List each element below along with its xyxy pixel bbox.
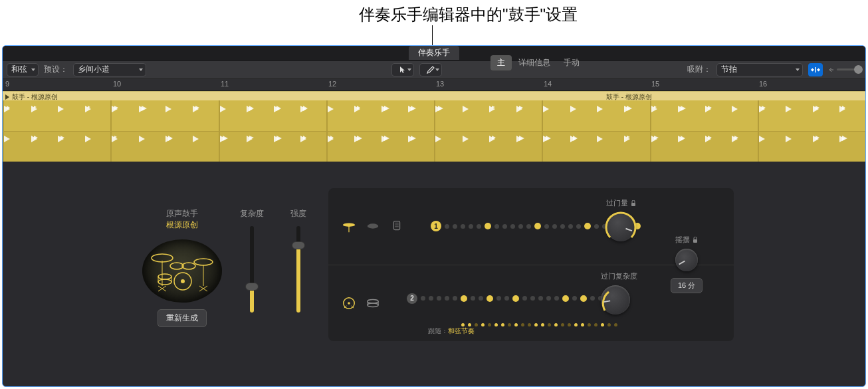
snap-value: 节拍: [721, 64, 737, 75]
chord-mode-select[interactable]: 和弦: [7, 63, 39, 76]
lock-icon[interactable]: [693, 237, 698, 243]
editor-tab-label[interactable]: 伴奏乐手: [409, 46, 459, 60]
timeline-ruler[interactable]: 9 10 11 12 13 14 15 16: [3, 79, 865, 91]
pattern-num-1: 1: [431, 221, 441, 231]
ruler-mark: 14: [544, 80, 552, 88]
kit-section: 原声鼓手 根源原创: [142, 208, 322, 327]
drummer-region-top[interactable]: [3, 100, 865, 131]
tab-main[interactable]: 主: [490, 55, 512, 70]
swing-value-button[interactable]: 16 分: [671, 278, 703, 293]
snare-icon[interactable]: [366, 296, 380, 311]
svg-point-30: [368, 303, 379, 307]
swing-label: 摇摆: [675, 235, 690, 245]
ruler-mark: 12: [328, 80, 336, 88]
chevron-down-icon: [139, 68, 143, 71]
svg-point-27: [368, 299, 379, 303]
ruler-mark: 15: [651, 80, 659, 88]
chevron-down-icon: [407, 68, 411, 71]
drum-kit-icon: [148, 246, 217, 299]
hihat-icon[interactable]: [342, 219, 356, 233]
slider-thumb[interactable]: [245, 283, 259, 291]
kit-type-label: 原声鼓手: [166, 208, 198, 219]
ruler-mark: 11: [221, 80, 229, 88]
preset-select[interactable]: 乡间小道: [73, 63, 146, 76]
editor-tabs: 主 详细信息 手动: [490, 55, 586, 70]
fill-complexity-label: 过门复杂度: [601, 271, 637, 281]
svg-point-2: [170, 263, 183, 269]
drum-kit-image[interactable]: [142, 236, 222, 303]
callout-label: 伴奏乐手编辑器中的"鼓手"设置: [359, 4, 578, 25]
snap-label: 吸附：: [687, 64, 711, 75]
tab-details[interactable]: 详细信息: [512, 55, 557, 70]
ruler-mark: 13: [436, 80, 444, 88]
chord-mode-label: 和弦: [11, 64, 27, 75]
catch-playhead-button[interactable]: [808, 63, 823, 76]
svg-point-5: [181, 279, 185, 283]
ruler-mark: 9: [5, 80, 9, 88]
editor-body: 原声鼓手 根源原创: [3, 162, 865, 340]
fill-amount-knob[interactable]: [606, 212, 635, 241]
chevron-down-icon: [435, 68, 439, 71]
drummer-region-bottom[interactable]: [3, 131, 865, 162]
slider-fill: [296, 245, 300, 313]
preset-label: 预设：: [44, 64, 68, 75]
complexity-slider[interactable]: [250, 226, 254, 313]
snap-select[interactable]: 节拍: [716, 63, 803, 76]
svg-rect-31: [631, 203, 635, 206]
knob-indicator: [679, 261, 685, 265]
intensity-slider-label: 强度: [290, 208, 306, 219]
swing-knob[interactable]: [675, 249, 698, 271]
toolbar: 和弦 预设： 乡间小道 吸附： 节拍: [3, 61, 865, 79]
pattern-num-2: 2: [407, 293, 417, 304]
pointer-icon: [399, 66, 407, 74]
knob-arc: [598, 283, 633, 317]
svg-point-24: [348, 302, 350, 305]
ruler-mark: 10: [113, 80, 121, 88]
follow-label-row: 跟随：和弦节奏: [428, 326, 475, 336]
pointer-tool[interactable]: [391, 63, 414, 76]
svg-rect-19: [393, 221, 399, 230]
intensity-slider[interactable]: [296, 226, 300, 313]
knob-arc: [603, 209, 638, 244]
pattern-dots-2[interactable]: 2: [407, 293, 619, 304]
preset-value: 乡间小道: [78, 64, 110, 75]
chevron-down-icon: [796, 68, 800, 71]
fill-complexity-knob[interactable]: [601, 285, 630, 315]
zoom-left-icon: [828, 66, 835, 73]
ride-icon[interactable]: [389, 219, 404, 233]
callout-line: [432, 25, 433, 47]
kit-style-label[interactable]: 根源原创: [166, 219, 198, 231]
svg-point-1: [194, 259, 213, 265]
svg-point-15: [158, 279, 171, 285]
follow-label: 跟随：: [428, 327, 448, 334]
lock-icon[interactable]: [631, 200, 636, 207]
svg-point-12: [158, 274, 171, 279]
kick-icon[interactable]: [342, 296, 356, 311]
zoom-slider[interactable]: [828, 65, 861, 74]
zoom-thumb[interactable]: [854, 65, 863, 74]
pencil-icon: [426, 65, 435, 74]
pattern-dots-2b[interactable]: [461, 323, 617, 326]
follow-value[interactable]: 和弦节奏: [448, 327, 475, 334]
editor-title-bar: 伴奏乐手: [3, 46, 865, 61]
knob-area: 过门量 过门复杂度 摇摆: [601, 198, 734, 338]
zoom-track: [837, 68, 861, 70]
region-header[interactable]: 鼓手 - 根源原创 鼓手 - 根源原创: [3, 91, 865, 100]
svg-point-18: [368, 224, 379, 229]
tab-manual[interactable]: 手动: [557, 55, 586, 70]
ruler-mark: 16: [759, 80, 767, 88]
regenerate-button[interactable]: 重新生成: [158, 309, 207, 327]
shaker-icon[interactable]: [366, 219, 380, 233]
complexity-slider-label: 复杂度: [240, 208, 264, 219]
svg-rect-32: [693, 239, 697, 243]
chevron-down-icon: [31, 68, 35, 71]
slider-thumb[interactable]: [292, 241, 305, 249]
svg-point-3: [182, 263, 195, 269]
pencil-tool[interactable]: [419, 63, 442, 76]
region-play-icon: [5, 94, 9, 100]
fill-amount-label: 过门量: [606, 198, 628, 208]
app-window: 伴奏乐手 和弦 预设： 乡间小道 吸附： 节拍: [2, 45, 866, 387]
catch-icon: [811, 66, 820, 74]
